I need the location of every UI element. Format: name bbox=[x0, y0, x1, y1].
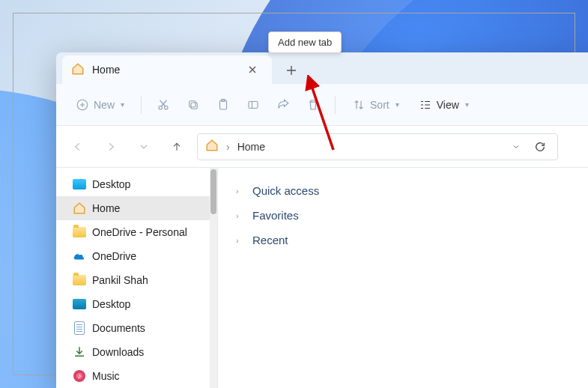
section-recent[interactable]: › Recent bbox=[233, 228, 573, 252]
home-icon bbox=[73, 201, 86, 215]
rename-button[interactable] bbox=[240, 91, 266, 118]
chevron-down-icon: ▾ bbox=[121, 100, 124, 109]
paste-button[interactable] bbox=[210, 91, 236, 118]
content-pane: › Quick access › Favorites › Recent bbox=[218, 168, 588, 388]
sidebar-item-onedrive-personal[interactable]: OneDrive - Personal bbox=[56, 220, 217, 244]
svg-rect-5 bbox=[190, 100, 196, 106]
sidebar-item-desktop[interactable]: Desktop bbox=[56, 172, 217, 196]
onedrive-icon bbox=[73, 249, 86, 263]
navigation-pane: Desktop Home OneDrive - Personal OneDriv… bbox=[56, 168, 218, 388]
tab-title: Home bbox=[92, 64, 234, 76]
view-button[interactable]: View ▾ bbox=[411, 91, 476, 118]
svg-rect-4 bbox=[191, 103, 197, 109]
section-favorites[interactable]: › Favorites bbox=[233, 203, 573, 228]
new-button[interactable]: New ▾ bbox=[68, 91, 132, 118]
sidebar-item-documents[interactable]: Documents bbox=[56, 316, 217, 340]
chevron-right-icon: › bbox=[236, 187, 245, 195]
desktop-icon bbox=[73, 178, 86, 191]
chevron-right-icon: › bbox=[236, 236, 245, 245]
music-icon bbox=[73, 369, 86, 383]
command-toolbar: New ▾ Sort ▾ View ▾ bbox=[56, 84, 588, 126]
file-explorer-window: Home New ▾ Sort ▾ View ▾ bbox=[56, 52, 588, 388]
copy-button[interactable] bbox=[181, 91, 206, 118]
tab-home[interactable]: Home bbox=[62, 55, 272, 84]
delete-button[interactable] bbox=[300, 91, 326, 118]
sidebar-item-desktop-2[interactable]: Desktop bbox=[56, 292, 217, 316]
explorer-body: Desktop Home OneDrive - Personal OneDriv… bbox=[56, 168, 588, 388]
desktop-icon bbox=[73, 297, 86, 311]
sidebar-item-label: Desktop bbox=[92, 298, 130, 310]
sort-button-label: Sort bbox=[370, 99, 390, 111]
chevron-down-icon: ▾ bbox=[395, 100, 399, 109]
refresh-button[interactable] bbox=[530, 137, 550, 157]
download-icon bbox=[73, 345, 86, 359]
new-tab-button[interactable] bbox=[276, 57, 306, 84]
sidebar-item-downloads[interactable]: Downloads bbox=[56, 340, 217, 364]
sidebar-scrollbar[interactable] bbox=[210, 168, 217, 388]
sort-button[interactable]: Sort ▾ bbox=[345, 91, 407, 118]
folder-icon bbox=[73, 225, 86, 239]
chevron-down-icon: ▾ bbox=[465, 100, 469, 109]
section-label: Favorites bbox=[252, 209, 299, 222]
recent-locations-button[interactable] bbox=[131, 134, 157, 160]
up-button[interactable] bbox=[164, 134, 190, 160]
sidebar-item-label: OneDrive - Personal bbox=[92, 226, 187, 238]
home-icon bbox=[205, 139, 219, 154]
folder-icon bbox=[73, 273, 86, 287]
sidebar-item-label: Home bbox=[92, 202, 120, 214]
sidebar-item-label: Music bbox=[92, 370, 120, 382]
address-bar[interactable]: › Home bbox=[197, 133, 558, 160]
section-label: Recent bbox=[252, 234, 288, 246]
address-dropdown-button[interactable] bbox=[506, 137, 526, 157]
section-label: Quick access bbox=[252, 184, 319, 197]
sidebar-item-label: Pankil Shah bbox=[92, 274, 148, 286]
home-icon bbox=[71, 62, 85, 78]
section-quick-access[interactable]: › Quick access bbox=[233, 178, 573, 203]
share-button[interactable] bbox=[270, 91, 296, 118]
back-button[interactable] bbox=[65, 134, 91, 160]
sidebar-item-label: OneDrive bbox=[92, 250, 136, 262]
breadcrumb-separator: › bbox=[226, 141, 230, 153]
svg-rect-8 bbox=[249, 101, 258, 108]
navigation-row: › Home bbox=[56, 126, 588, 168]
sidebar-item-label: Downloads bbox=[92, 346, 144, 358]
close-tab-button[interactable] bbox=[242, 59, 263, 80]
new-tab-tooltip: Add new tab bbox=[268, 31, 342, 53]
chevron-right-icon: › bbox=[236, 211, 245, 220]
document-icon bbox=[73, 321, 86, 335]
sidebar-item-label: Desktop bbox=[92, 178, 130, 190]
sidebar-item-music[interactable]: Music bbox=[56, 364, 217, 388]
breadcrumb-location[interactable]: Home bbox=[237, 141, 265, 153]
view-button-label: View bbox=[437, 99, 459, 111]
sidebar-item-onedrive[interactable]: OneDrive bbox=[56, 244, 217, 268]
tab-bar: Home bbox=[56, 52, 588, 84]
new-button-label: New bbox=[94, 99, 115, 111]
sidebar-item-label: Documents bbox=[92, 322, 145, 334]
scrollbar-thumb[interactable] bbox=[210, 169, 216, 214]
forward-button[interactable] bbox=[98, 134, 124, 160]
sidebar-item-user[interactable]: Pankil Shah bbox=[56, 268, 217, 292]
sidebar-item-home[interactable]: Home bbox=[56, 196, 217, 220]
cut-button[interactable] bbox=[151, 91, 176, 118]
